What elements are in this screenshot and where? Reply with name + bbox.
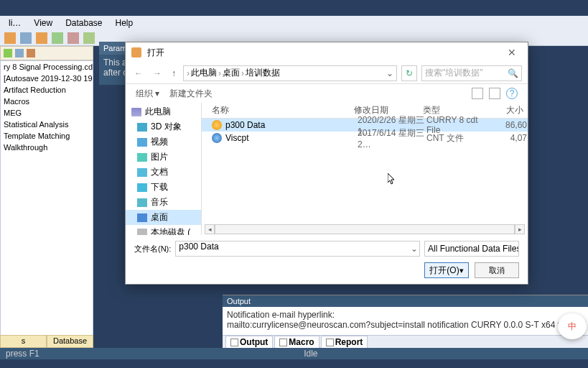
scroll-left-icon[interactable]: ◂ xyxy=(205,224,215,234)
forward-icon[interactable]: → xyxy=(150,67,164,80)
tree-item[interactable]: 本地磁盘 ( xyxy=(126,225,201,235)
file-row[interactable]: Viscpt 2017/6/14 星期三 2… CNT 文件 4,07 xyxy=(202,132,528,144)
toolbar-icon[interactable] xyxy=(4,49,12,58)
tree-item[interactable]: 文档 xyxy=(126,165,201,180)
open-button[interactable]: 打开(O) ▾ xyxy=(424,262,469,278)
breadcrumb-item[interactable]: 此电脑 xyxy=(191,67,217,79)
dialog-titlebar: 打开 ✕ xyxy=(126,42,528,63)
toolbar-icon[interactable] xyxy=(27,49,35,58)
tree-item[interactable]: 3D 对象 xyxy=(126,119,201,134)
tab-report[interactable]: Report xyxy=(321,336,368,349)
ime-bubble[interactable]: 中 xyxy=(558,313,587,339)
menu-item[interactable]: li… xyxy=(3,17,27,29)
tree-item[interactable]: 视频 xyxy=(126,134,201,150)
folder-tree: 此电脑 3D 对象 视频 图片 文档 下载 音乐 桌面 本地磁盘 ( 软件 (D… xyxy=(126,103,202,235)
output-panel: Output Notification e-mail hyperlink: ma… xyxy=(223,295,588,348)
sidebar-item[interactable]: Macros xyxy=(1,96,93,107)
toolbar-icon[interactable] xyxy=(4,32,16,44)
toolbar-icon[interactable] xyxy=(36,32,47,44)
col-name[interactable]: 名称 xyxy=(212,104,354,116)
status-idle: Idle xyxy=(304,349,317,359)
file-icon xyxy=(212,133,222,143)
tree-item[interactable]: 图片 xyxy=(126,150,201,165)
search-input[interactable]: 搜索"培训数据" 🔍 xyxy=(421,65,522,81)
sidebar-toolbar xyxy=(0,46,93,60)
horizontal-scrollbar[interactable]: ◂ ▸ xyxy=(205,224,525,235)
output-line: Notification e-mail hyperlink: xyxy=(227,310,584,320)
sidebar-item[interactable]: Statistical Analysis xyxy=(1,119,93,130)
output-tabs: Output Macro Report xyxy=(223,335,588,348)
back-icon[interactable]: ← xyxy=(131,67,146,80)
status-hint: press F1 xyxy=(6,349,39,359)
filename-label: 文件名(N): xyxy=(134,244,171,254)
view-icon[interactable] xyxy=(472,88,483,99)
output-line: mailto:currylicense@neuroscan.com?subjec… xyxy=(227,320,584,330)
sidebar-bottom-tabs: s Database xyxy=(0,335,93,348)
scroll-right-icon[interactable]: ▸ xyxy=(515,224,525,234)
refresh-icon[interactable]: ↻ xyxy=(401,65,417,81)
col-size[interactable]: 大小 xyxy=(489,104,523,116)
toolbar-icon[interactable] xyxy=(83,32,95,44)
tab[interactable]: s xyxy=(0,335,47,348)
toolbar-icon[interactable] xyxy=(15,49,24,58)
tree-item[interactable]: 下载 xyxy=(126,180,201,195)
up-icon[interactable]: ↑ xyxy=(169,67,179,80)
tree-this-pc[interactable]: 此电脑 xyxy=(126,104,201,119)
sidebar-item[interactable]: MEG xyxy=(1,107,93,119)
tab-macro[interactable]: Macro xyxy=(274,336,319,349)
breadcrumb-item[interactable]: 培训数据 xyxy=(246,67,280,79)
tab-database[interactable]: Database xyxy=(47,335,93,348)
sidebar-item[interactable]: Template Matching xyxy=(1,130,93,142)
file-open-dialog: 打开 ✕ ← → ↑ › 此电脑 › 桌面 › 培训数据 ⌄ ↻ 搜索"培训数据… xyxy=(125,42,528,285)
tree-desktop[interactable]: 桌面 xyxy=(126,210,201,225)
cancel-button[interactable]: 取消 xyxy=(475,262,519,278)
chevron-down-icon[interactable]: ⌄ xyxy=(386,68,393,78)
menu-item-help[interactable]: Help xyxy=(110,17,139,29)
menu-item-view[interactable]: View xyxy=(28,17,58,29)
file-icon xyxy=(212,120,222,130)
dialog-toolbar: 组织 ▾ 新建文件夹 ? xyxy=(126,84,528,103)
sidebar-item[interactable]: Artifact Reduction xyxy=(1,84,93,96)
dialog-title: 打开 xyxy=(144,47,502,59)
menu-bar: li… View Database Help xyxy=(0,16,588,30)
close-button[interactable]: ✕ xyxy=(502,47,522,58)
search-icon: 🔍 xyxy=(508,68,518,78)
sidebar-item[interactable]: ry 8 Signal Processing.cdb xyxy=(1,61,93,73)
toolbar-icon[interactable] xyxy=(67,32,79,44)
output-title: Output xyxy=(223,295,588,307)
breadcrumb-item[interactable]: 桌面 xyxy=(223,67,240,79)
toolbar-icon[interactable] xyxy=(52,32,63,44)
file-filter-select[interactable]: All Functional Data Files (*… ⌄ xyxy=(424,241,519,257)
toolbar-icon[interactable] xyxy=(20,32,32,44)
chevron-down-icon[interactable]: ⌄ xyxy=(411,244,418,254)
new-folder-button[interactable]: 新建文件夹 xyxy=(169,88,213,100)
view-icon[interactable] xyxy=(489,88,500,99)
status-bar: press F1 Idle xyxy=(0,348,588,359)
organize-menu[interactable]: 组织 ▾ xyxy=(136,88,159,100)
workspace-sidebar: ry 8 Signal Processing.cdb [Autosave 201… xyxy=(0,60,93,339)
filename-input[interactable]: p300 Data ⌄ xyxy=(175,241,420,257)
breadcrumb[interactable]: › 此电脑 › 桌面 › 培训数据 ⌄ xyxy=(183,65,397,81)
menu-item-database[interactable]: Database xyxy=(60,17,108,29)
sidebar-item[interactable]: Walkthrough xyxy=(1,142,93,153)
dialog-icon xyxy=(131,47,141,58)
help-icon[interactable]: ? xyxy=(506,88,518,99)
tab-output[interactable]: Output xyxy=(225,336,273,349)
dialog-nav: ← → ↑ › 此电脑 › 桌面 › 培训数据 ⌄ ↻ 搜索"培训数据" 🔍 xyxy=(126,63,528,84)
dialog-bottom: 文件名(N): p300 Data ⌄ All Functional Data … xyxy=(126,235,528,284)
tree-item[interactable]: 音乐 xyxy=(126,195,201,210)
sidebar-item[interactable]: [Autosave 2019-12-30 19:33:10] xyxy=(1,73,93,84)
file-list: 名称 修改日期 类型 大小 p300 Data 2020/2/26 星期三 1…… xyxy=(202,103,528,235)
